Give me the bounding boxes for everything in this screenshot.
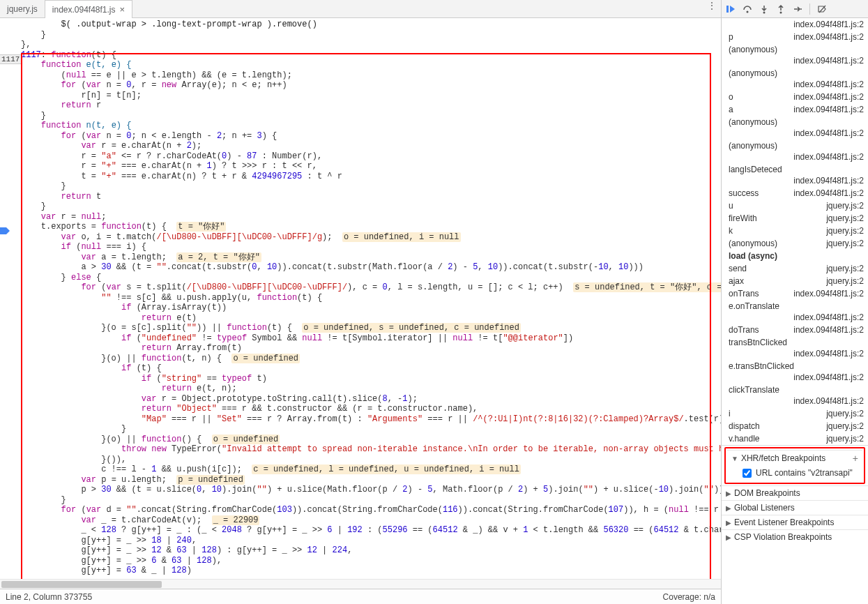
- call-stack-frame[interactable]: pindex.094f48f1.js:2: [722, 31, 868, 43]
- editor-pane: jquery.js index.094f48f1.js× ⋮ 1117 $( .…: [0, 0, 722, 604]
- call-stack-frame[interactable]: onTransindex.094f48f1.js:2: [722, 287, 868, 300]
- step-over-icon[interactable]: [741, 3, 754, 15]
- debug-toolbar: [722, 0, 868, 18]
- call-stack-frame[interactable]: ujquery.js:2: [722, 199, 868, 212]
- more-icon[interactable]: ⋮: [703, 0, 721, 17]
- svg-point-3: [780, 11, 782, 13]
- svg-rect-0: [726, 6, 729, 13]
- svg-point-2: [763, 11, 766, 13]
- code-content[interactable]: $( .output-wrap > .long-text-prompt-wrap…: [17, 18, 721, 579]
- highlight-box-xhr: ▼XHR/fetch Breakpoints+ URL contains "v2…: [724, 447, 865, 484]
- chevron-right-icon: ▶: [726, 534, 731, 541]
- call-stack-frame[interactable]: e.onTranslateindex.094f48f1.js:2: [722, 300, 868, 324]
- call-stack-frame[interactable]: ajaxjquery.js:2: [722, 275, 868, 287]
- call-stack-frame[interactable]: successindex.094f48f1.js:2: [722, 187, 868, 199]
- status-bar: Line 2, Column 373755 Coverage: n/a: [0, 589, 721, 604]
- call-stack-frame[interactable]: doTransindex.094f48f1.js:2: [722, 324, 868, 336]
- xhr-item-label: URL contains "v2transapi": [756, 468, 853, 478]
- call-stack-frame[interactable]: sendjquery.js:2: [722, 262, 868, 275]
- call-stack-frame[interactable]: e.transBtnClickedindex.094f48f1.js:2: [722, 360, 868, 384]
- debugger-pane: index.094f48f1.js:2pindex.094f48f1.js:2(…: [722, 0, 868, 604]
- breakpoint-sections: ▼XHR/fetch Breakpoints+ URL contains "v2…: [722, 445, 868, 544]
- scrollbar-thumb[interactable]: [1, 581, 162, 588]
- add-icon[interactable]: +: [853, 453, 858, 464]
- section-dom[interactable]: ▶DOM Breakpoints: [722, 485, 868, 500]
- call-stack-frame[interactable]: langIsDetecedindex.094f48f1.js:2: [722, 163, 868, 187]
- section-xhr[interactable]: ▼XHR/fetch Breakpoints+: [727, 450, 862, 466]
- chevron-right-icon: ▶: [726, 504, 731, 512]
- coverage-status: Coverage: n/a: [663, 592, 715, 602]
- call-stack-frame[interactable]: (anonymous)jquery.js:2: [722, 237, 868, 250]
- breakpoint-arrow[interactable]: [0, 227, 10, 234]
- call-stack-frame[interactable]: index.094f48f1.js:2: [722, 18, 868, 31]
- call-stack-frame[interactable]: (anonymous)index.094f48f1.js:2: [722, 116, 868, 139]
- call-stack-frame[interactable]: aindex.094f48f1.js:2: [722, 103, 868, 116]
- section-event-listener[interactable]: ▶Event Listener Breakpoints: [722, 515, 868, 529]
- step-icon[interactable]: [791, 3, 804, 15]
- xhr-breakpoint-item[interactable]: URL contains "v2transapi": [743, 468, 858, 478]
- section-global-listeners[interactable]: ▶Global Listeners: [722, 500, 868, 515]
- svg-point-1: [747, 10, 749, 13]
- cursor-pos: Line 2, Column 373755: [6, 592, 92, 602]
- gutter: 1117: [0, 18, 17, 579]
- call-stack-frame[interactable]: oindex.094f48f1.js:2: [722, 91, 868, 103]
- step-into-icon[interactable]: [758, 3, 770, 15]
- call-stack-frame[interactable]: dispatchjquery.js:2: [722, 420, 868, 432]
- call-stack[interactable]: index.094f48f1.js:2pindex.094f48f1.js:2(…: [722, 18, 868, 445]
- call-stack-frame[interactable]: (anonymous)index.094f48f1.js:2: [722, 43, 868, 67]
- chevron-right-icon: ▶: [726, 519, 731, 527]
- tab-jquery[interactable]: jquery.js: [0, 0, 45, 17]
- call-stack-frame[interactable]: clickTranslateindex.094f48f1.js:2: [722, 384, 868, 407]
- call-stack-frame[interactable]: v.handlejquery.js:2: [722, 432, 868, 445]
- chevron-right-icon: ▶: [726, 490, 731, 497]
- call-stack-frame[interactable]: ijquery.js:2: [722, 407, 868, 420]
- call-stack-frame[interactable]: (anonymous)index.094f48f1.js:2: [722, 67, 868, 91]
- call-stack-async: load (async): [722, 250, 868, 262]
- tab-index-label: index.094f48f1.js: [52, 5, 116, 15]
- call-stack-frame[interactable]: fireWithjquery.js:2: [722, 212, 868, 225]
- xhr-checkbox[interactable]: [743, 469, 752, 478]
- call-stack-frame[interactable]: kjquery.js:2: [722, 225, 868, 237]
- code-area[interactable]: 1117 $( .output-wrap > .long-text-prompt…: [0, 18, 721, 579]
- svg-point-4: [800, 8, 802, 10]
- section-csp[interactable]: ▶CSP Violation Breakpoints: [722, 529, 868, 544]
- tab-bar: jquery.js index.094f48f1.js× ⋮: [0, 0, 721, 18]
- tab-index[interactable]: index.094f48f1.js×: [45, 0, 132, 18]
- horiz-scrollbar[interactable]: [0, 579, 721, 589]
- resume-icon[interactable]: [724, 3, 737, 15]
- close-icon[interactable]: ×: [120, 4, 125, 15]
- step-out-icon[interactable]: [775, 3, 787, 15]
- call-stack-frame[interactable]: (anonymous)index.094f48f1.js:2: [722, 139, 868, 163]
- deactivate-bp-icon[interactable]: [816, 3, 828, 15]
- chevron-down-icon: ▼: [731, 455, 738, 462]
- call-stack-frame[interactable]: transBtnClickedindex.094f48f1.js:2: [722, 336, 868, 360]
